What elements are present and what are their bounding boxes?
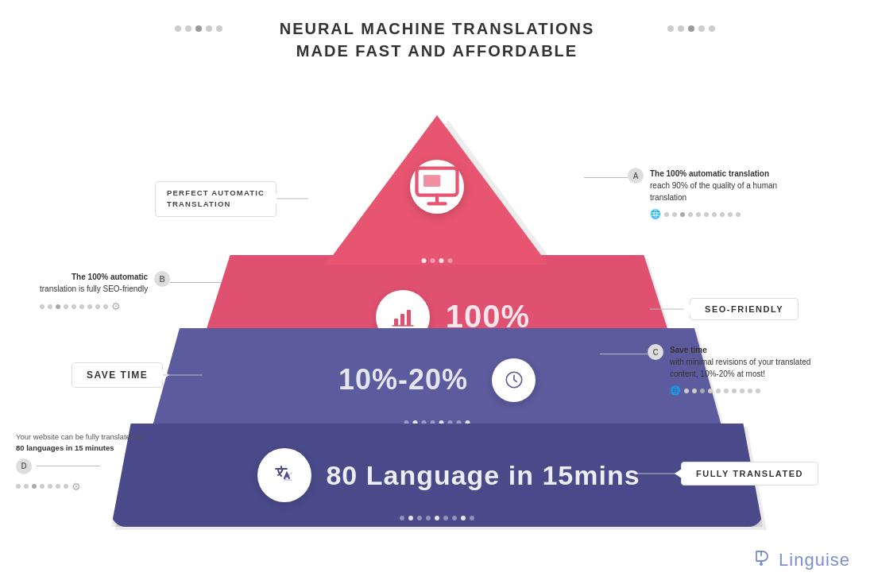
tier1-bottom-dots	[422, 258, 453, 263]
letter-badge-c: C	[648, 344, 663, 360]
tier1-left-callout: PERFECT AUTOMATIC TRANSLATION	[155, 181, 277, 217]
anno-dots-row: 🌐	[650, 209, 787, 219]
tier4-left-anno: Your website can be fully translated in …	[16, 431, 142, 493]
svg-rect-3	[400, 314, 404, 326]
letter-badge-b: B	[154, 271, 170, 287]
conn-line-d	[37, 466, 100, 466]
callout-box: PERFECT AUTOMATIC TRANSLATION	[155, 181, 277, 217]
dot	[95, 304, 100, 309]
dot	[692, 389, 697, 393]
dot	[72, 304, 76, 309]
tier1-icon-circle	[410, 160, 464, 214]
title-dots-right	[667, 25, 715, 32]
linguise-logo: Linguise	[750, 547, 850, 574]
globe-icon: 🌐	[650, 209, 661, 219]
callout-arrow-left-4	[675, 469, 682, 478]
logo-icon	[750, 547, 772, 574]
dot	[56, 484, 60, 489]
conn-line	[277, 199, 308, 199]
dot	[700, 389, 705, 393]
tier4-value: 80 Language in 15mins	[326, 460, 640, 491]
dot	[16, 484, 21, 489]
tier3-left-callout: SAVE TIME	[72, 362, 163, 388]
anno-inner: A The 100% automatic translation reach 9…	[628, 168, 787, 203]
linguise-icon	[750, 547, 772, 569]
dot	[678, 25, 684, 32]
tier1-right-anno: A The 100% automatic translation reach 9…	[628, 168, 787, 219]
anno-dots-row-3: 🌐	[670, 385, 814, 396]
dot	[688, 212, 693, 217]
clock-icon	[504, 369, 524, 390]
anno-text: Save time with minimal revisions of your…	[670, 344, 814, 380]
dot	[175, 25, 181, 32]
dot	[64, 484, 68, 489]
conn-line-right-1	[584, 177, 628, 178]
dot	[56, 304, 60, 309]
dot	[756, 389, 760, 393]
dot	[79, 304, 84, 309]
tier3-icon-circle	[492, 358, 536, 402]
dot	[195, 25, 202, 32]
dot	[422, 258, 427, 263]
callout-label-line1: PERFECT AUTOMATIC TRANSLATION	[167, 188, 265, 211]
dot	[48, 484, 52, 489]
dot	[736, 212, 741, 217]
tier3-wrap: 10%-20%	[151, 328, 723, 431]
anno-dots-row-4: ⚙	[16, 481, 142, 493]
anno-title: The 100% automatic translation is fully …	[40, 271, 148, 295]
dot	[103, 304, 108, 309]
conn-line-right-3	[600, 354, 648, 354]
tier3-content: 10%-20%	[151, 328, 723, 431]
tier2-right-callout: SEO-FRIENDLY	[690, 298, 799, 320]
dot	[664, 212, 669, 217]
dot	[704, 212, 709, 217]
dot	[712, 212, 717, 217]
tier4-icon-circle	[257, 448, 311, 502]
letter-badge-d: D	[16, 458, 32, 474]
dot	[709, 25, 715, 32]
main-title: NEURAL MACHINE TRANSLATIONS MADE FAST AN…	[0, 17, 874, 62]
dot	[708, 389, 713, 393]
dot	[748, 389, 752, 393]
dot	[732, 389, 737, 393]
svg-rect-4	[407, 310, 411, 326]
callout-box-fully: FULLY TRANSLATED	[681, 462, 818, 485]
dot	[439, 258, 444, 263]
dot	[684, 389, 689, 393]
gear-icon: ⚙	[111, 300, 121, 312]
dot	[672, 212, 677, 217]
dot	[40, 484, 44, 489]
savetime-label: SAVE TIME	[87, 369, 148, 381]
dot	[448, 258, 453, 263]
callout-box-savetime: SAVE TIME	[72, 362, 163, 388]
conn-line-left-2	[170, 282, 222, 283]
letter-badge-a: A	[628, 168, 644, 184]
anno-text: The 100% automatic translation reach 90%…	[650, 168, 787, 203]
tier4-content: 80 Language in 15mins	[111, 424, 763, 527]
dot	[48, 304, 52, 309]
anno-inner: C Save time with minimal revisions of yo…	[648, 344, 814, 380]
title-section: NEURAL MACHINE TRANSLATIONS MADE FAST AN…	[0, 0, 874, 62]
tier3-value: 10%-20%	[338, 363, 468, 397]
dot	[696, 212, 701, 217]
anno-text: The 100% automatic translation is fully …	[40, 271, 148, 295]
translate-icon	[272, 462, 297, 488]
dot	[185, 25, 191, 32]
dot	[724, 389, 729, 393]
dot	[40, 304, 44, 309]
conn-line-left-3	[163, 375, 203, 376]
globe-icon-3: 🌐	[670, 385, 681, 396]
svg-point-6	[760, 563, 763, 566]
dot	[728, 212, 733, 217]
dot	[740, 389, 744, 393]
barchart-icon	[390, 304, 416, 330]
callout-box-seo: SEO-FRIENDLY	[690, 298, 799, 320]
logo-text: Linguise	[779, 550, 850, 571]
dot	[64, 304, 68, 309]
tier4-right-callout: FULLY TRANSLATED	[681, 462, 818, 485]
dot	[87, 304, 92, 309]
fully-translated-label: FULLY TRANSLATED	[696, 469, 803, 478]
dot	[206, 25, 212, 32]
anno-text-4: Your website can be fully translated in …	[16, 431, 142, 455]
dot	[24, 484, 29, 489]
